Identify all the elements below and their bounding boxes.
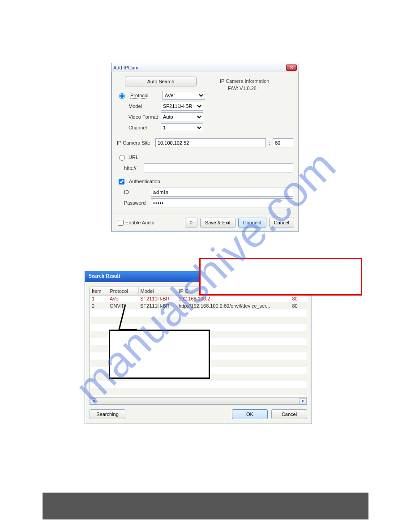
video-format-label: Video Format (127, 114, 158, 120)
svg-rect-1 (191, 221, 192, 222)
ok-button[interactable]: OK (232, 409, 268, 419)
port-separator: : (269, 140, 270, 146)
password-label: Password (117, 200, 148, 206)
video-format-select[interactable]: Auto (161, 112, 203, 121)
enable-audio-label: Enable Audio (125, 220, 154, 225)
http-label: http:// (117, 165, 141, 171)
table-row[interactable]: 1 AVer SF2111H-BR 192.168.100.2 80 (90, 295, 307, 302)
url-radio[interactable] (119, 155, 125, 161)
callout-red (199, 258, 362, 296)
ip-camera-site-input[interactable] (155, 138, 266, 147)
dialog-title: Add IPCam (113, 65, 138, 70)
cell-item: 1 (90, 295, 108, 302)
scroll-right-icon[interactable]: ► (300, 398, 307, 404)
http-input[interactable] (144, 163, 293, 172)
col-model[interactable]: Model (138, 287, 177, 295)
cell-ipcam: 192.168.100.2 (177, 295, 291, 302)
table-row (90, 317, 307, 324)
authentication-label: Authentication (129, 179, 160, 184)
cancel-button-2[interactable]: Cancel (271, 409, 307, 419)
save-exit-button[interactable]: Save & Exit (200, 218, 235, 227)
model-select[interactable]: SF2111H-BR (161, 102, 203, 111)
password-input[interactable] (151, 198, 293, 207)
dialog-titlebar: Add IPCam ✕ (111, 63, 299, 72)
protocol-select[interactable]: AVer (163, 91, 205, 100)
enable-audio-checkbox[interactable] (118, 220, 124, 226)
table-row (90, 381, 307, 388)
cell-protocol: ONVIF (108, 302, 138, 309)
cell-port: 80 (291, 302, 307, 309)
info-title: IP Camera Information (220, 77, 269, 85)
table-row (90, 388, 307, 395)
table-row (90, 309, 307, 317)
col-protocol[interactable]: Protocol (108, 287, 138, 295)
id-input[interactable] (151, 188, 293, 197)
auto-search-button[interactable]: Auto Search (125, 77, 197, 86)
cell-port: 80 (291, 295, 307, 302)
col-item[interactable]: Item (90, 287, 108, 295)
info-firmware: F/W: V1.0.28 (220, 85, 269, 92)
cell-ipcam: http://192.168.100.2:80/onvif/device_ser… (177, 302, 291, 309)
port-input[interactable] (273, 138, 293, 147)
model-label: Model (127, 103, 158, 109)
protocol-label: Protocol (130, 93, 148, 99)
channel-select[interactable]: 1 (161, 123, 203, 132)
url-label: URL (128, 154, 138, 160)
ip-camera-site-label: IP Camera Site (117, 140, 153, 146)
ip-camera-information: IP Camera Information F/W: V1.0.28 (220, 77, 269, 92)
searching-button[interactable]: Searching (90, 409, 125, 419)
cell-item: 2 (90, 302, 108, 309)
scroll-left-icon[interactable]: ◄ (90, 398, 97, 404)
callout-black (109, 330, 210, 379)
cell-model: SF2111H-BR (138, 295, 177, 302)
channel-label: Channel (127, 125, 158, 130)
connect-button[interactable]: Connect (238, 218, 266, 227)
cancel-button[interactable]: Cancel (269, 218, 294, 227)
add-ipcam-dialog: Add IPCam ✕ Auto Search Protocol AVer (111, 63, 299, 232)
horizontal-scrollbar[interactable]: ◄ ► (90, 397, 307, 404)
printer-icon[interactable] (185, 218, 197, 227)
authentication-checkbox[interactable] (119, 179, 124, 184)
svg-rect-2 (191, 223, 192, 223)
protocol-radio[interactable] (119, 93, 125, 99)
table-row[interactable]: 2 ONVIF SF2111H-BR http://192.168.100.2:… (90, 302, 307, 309)
page-footer (43, 493, 368, 519)
cell-protocol: AVer (108, 295, 138, 302)
id-label: ID (117, 189, 148, 195)
cell-model: SF2111H-BR (138, 302, 177, 309)
close-icon[interactable]: ✕ (286, 64, 297, 71)
